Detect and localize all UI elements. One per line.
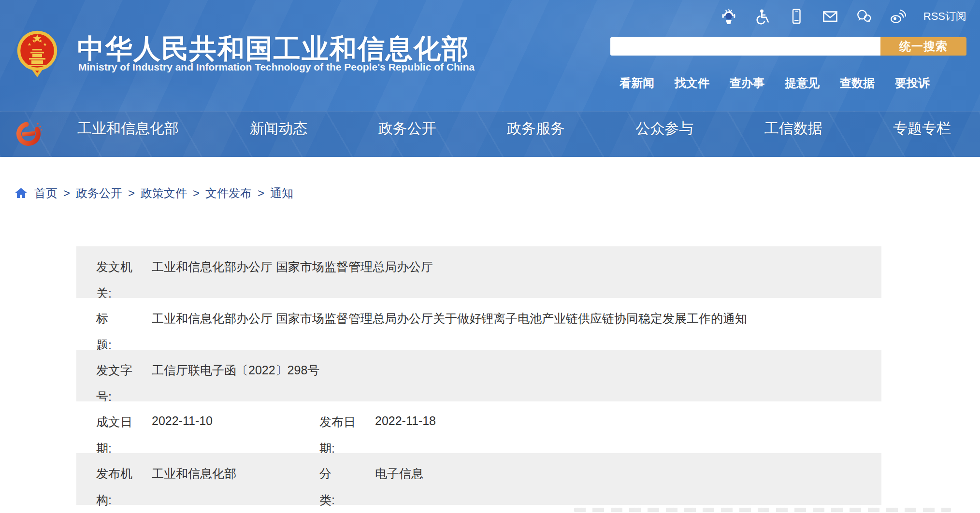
- nav-item-special-topics[interactable]: 专题专栏: [893, 119, 951, 139]
- breadcrumb-separator: >: [258, 186, 264, 200]
- meta-value-document-title: 工业和信息化部办公厅 国家市场监督管理总局办公厅关于做好锂离子电池产业链供应链协…: [152, 311, 747, 327]
- meta-row-title: 标 题: 工业和信息化部办公厅 国家市场监督管理总局办公厅关于做好锂离子电池产业…: [76, 298, 881, 350]
- national-emblem-icon: [16, 29, 58, 79]
- meta-label: 发文字: [96, 362, 132, 378]
- meta-label: 发布机: [96, 466, 132, 482]
- quick-link-complaints[interactable]: 要投诉: [895, 75, 930, 91]
- unified-search-button[interactable]: 统一搜索: [880, 37, 966, 56]
- home-icon[interactable]: [14, 187, 28, 200]
- meta-label: 发文机: [96, 259, 132, 275]
- meta-label: 构:: [96, 492, 112, 508]
- breadcrumb-home[interactable]: 首页: [34, 185, 58, 201]
- meta-row-issuing-authority: 发文机 关: 工业和信息化部办公厅 国家市场监督管理总局办公厅: [76, 246, 881, 298]
- meta-value-category: 电子信息: [375, 466, 423, 482]
- meta-row-document-number: 发文字 号: 工信厅联电子函〔2022〕298号: [76, 350, 881, 401]
- breadcrumb-document-release[interactable]: 文件发布: [205, 185, 252, 201]
- main-nav: 工业和信息化部 新闻动态 政务公开 政务服务 公众参与 工信数据 专题专栏: [77, 119, 951, 139]
- nav-item-public-participation[interactable]: 公众参与: [635, 119, 693, 139]
- weibo-icon[interactable]: [890, 8, 906, 25]
- breadcrumb-separator: >: [193, 186, 200, 200]
- meta-label: 分: [319, 466, 331, 482]
- topbar-utility-row: RSS订阅: [721, 7, 966, 26]
- breadcrumb-notice[interactable]: 通知: [270, 185, 293, 201]
- mail-icon[interactable]: [822, 8, 838, 25]
- quick-link-services[interactable]: 查办事: [730, 75, 764, 91]
- site-header: 中华人民共和国工业和信息化部 Ministry of Industry and …: [0, 0, 980, 157]
- quick-link-news[interactable]: 看新闻: [620, 75, 654, 91]
- nav-item-gov-disclosure[interactable]: 政务公开: [378, 119, 436, 139]
- nav-item-miit[interactable]: 工业和信息化部: [77, 119, 179, 139]
- mobile-icon[interactable]: [788, 8, 805, 25]
- quick-link-documents[interactable]: 找文件: [675, 75, 709, 91]
- quick-link-data[interactable]: 查数据: [840, 75, 875, 91]
- breadcrumb: 首页 > 政务公开 > 政策文件 > 文件发布 > 通知: [14, 185, 293, 201]
- breadcrumb-gov-disclosure[interactable]: 政务公开: [76, 185, 122, 201]
- meta-value-written-date: 2022-11-10: [152, 414, 213, 428]
- cutoff-text-strip: [574, 508, 951, 512]
- meta-value-issuing-authority: 工业和信息化部办公厅 国家市场监督管理总局办公厅: [152, 259, 433, 275]
- site-subtitle: Ministry of Industry and Information Tec…: [78, 61, 475, 73]
- accessibility-icon[interactable]: [754, 8, 771, 25]
- meta-value-publish-date: 2022-11-18: [375, 414, 436, 428]
- meta-row-publisher-category: 发布机 构: 工业和信息化部 分 类: 电子信息: [76, 453, 881, 505]
- nav-item-miit-data[interactable]: 工信数据: [764, 119, 822, 139]
- search-input[interactable]: [610, 37, 880, 56]
- meta-row-dates: 成文日 期: 2022-11-10 发布日 期: 2022-11-18: [76, 401, 881, 453]
- breadcrumb-policy-documents[interactable]: 政策文件: [141, 185, 187, 201]
- document-meta-table: 发文机 关: 工业和信息化部办公厅 国家市场监督管理总局办公厅 标 题: 工业和…: [76, 246, 881, 505]
- rss-subscribe-link[interactable]: RSS订阅: [923, 9, 966, 24]
- meta-label: 发布日: [319, 414, 356, 430]
- page: 中华人民共和国工业和信息化部 Ministry of Industry and …: [0, 0, 980, 513]
- meta-value-publisher: 工业和信息化部: [152, 466, 236, 482]
- nav-item-news[interactable]: 新闻动态: [249, 119, 307, 139]
- meta-label: 类:: [319, 492, 335, 508]
- miit-e-logo-icon: [13, 118, 44, 150]
- assistant-robot-icon[interactable]: [721, 8, 737, 25]
- quick-link-suggestions[interactable]: 提意见: [785, 75, 820, 91]
- search-bar: 统一搜索: [610, 37, 966, 56]
- quick-links-row: 看新闻 找文件 查办事 提意见 查数据 要投诉: [620, 75, 930, 91]
- breadcrumb-separator: >: [63, 186, 70, 200]
- meta-label: 标: [96, 311, 108, 327]
- wechat-icon[interactable]: [856, 8, 872, 25]
- nav-item-gov-services[interactable]: 政务服务: [507, 119, 565, 139]
- meta-value-document-number: 工信厅联电子函〔2022〕298号: [152, 362, 319, 378]
- breadcrumb-separator: >: [128, 186, 135, 200]
- meta-label: 成文日: [96, 414, 132, 430]
